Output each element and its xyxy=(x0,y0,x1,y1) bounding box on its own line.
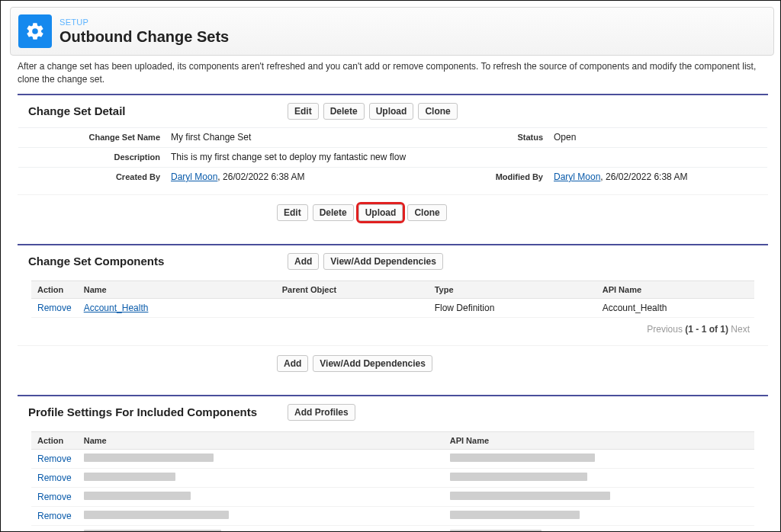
profile-api xyxy=(444,506,754,525)
col-parent: Parent Object xyxy=(276,280,429,298)
profile-api xyxy=(444,487,754,506)
clone-button[interactable]: Clone xyxy=(418,103,457,120)
created-by-user-link[interactable]: Daryl Moon xyxy=(171,171,217,182)
delete-button[interactable]: Delete xyxy=(323,103,365,120)
value-created-by: Daryl Moon, 26/02/2022 6:38 AM xyxy=(171,171,462,182)
page-header: SETUP Outbound Change Sets xyxy=(10,7,774,56)
section-title-components: Change Set Components xyxy=(28,255,272,268)
label-modified-by: Modified By xyxy=(462,172,554,181)
col-type: Type xyxy=(429,280,596,298)
gear-icon xyxy=(18,14,52,48)
add-profiles-button[interactable]: Add Profiles xyxy=(288,404,355,421)
value-modified-by: Daryl Moon, 26/02/2022 6:38 AM xyxy=(554,171,767,182)
components-button-row-bottom: Add View/Add Dependencies xyxy=(18,345,768,381)
remove-link[interactable]: Remove xyxy=(37,473,72,483)
pcol-action: Action xyxy=(31,431,78,449)
pcol-api: API Name xyxy=(444,431,754,449)
remove-link[interactable]: Remove xyxy=(37,492,72,502)
profile-name xyxy=(78,506,444,525)
add-component-button[interactable]: Add xyxy=(288,253,319,270)
components-table: Action Name Parent Object Type API Name … xyxy=(31,280,754,318)
change-set-components-section: Change Set Components Add View/Add Depen… xyxy=(18,244,768,381)
component-name-link[interactable]: Account_Health xyxy=(84,303,149,313)
value-status: Open xyxy=(554,132,767,143)
remove-link[interactable]: Remove xyxy=(37,453,72,464)
table-row: Remove xyxy=(31,506,754,525)
table-row: Remove xyxy=(31,487,754,506)
edit-button-bottom[interactable]: Edit xyxy=(277,204,308,221)
remove-link[interactable]: Remove xyxy=(37,511,72,521)
page-title: Outbound Change Sets xyxy=(59,28,229,46)
pcol-name: Name xyxy=(78,431,444,449)
section-title-detail: Change Set Detail xyxy=(28,104,272,117)
col-action: Action xyxy=(31,280,78,298)
component-parent xyxy=(276,298,429,317)
view-add-dependencies-button-bottom[interactable]: View/Add Dependencies xyxy=(313,355,432,372)
view-add-dependencies-button[interactable]: View/Add Dependencies xyxy=(323,253,443,270)
profile-api xyxy=(444,468,754,487)
clone-button-bottom[interactable]: Clone xyxy=(407,204,446,221)
label-change-set-name: Change Set Name xyxy=(18,133,171,142)
value-change-set-name: My first Change Set xyxy=(171,132,462,143)
component-api: Account_Health xyxy=(596,298,754,317)
profiles-table: Action Name API Name RemoveRemoveRemoveR… xyxy=(31,431,754,532)
modified-by-user-link[interactable]: Daryl Moon xyxy=(554,171,600,182)
profile-api xyxy=(444,449,754,468)
remove-link[interactable]: Remove xyxy=(37,530,72,532)
profile-name xyxy=(78,468,444,487)
table-row: Remove xyxy=(31,449,754,468)
detail-button-row-top: Edit Delete Upload Clone xyxy=(288,103,458,120)
profile-name xyxy=(78,525,444,532)
table-row: Remove xyxy=(31,525,754,532)
created-by-ts: , 26/02/2022 6:38 AM xyxy=(217,171,304,182)
upload-button[interactable]: Upload xyxy=(369,103,414,120)
add-component-button-bottom[interactable]: Add xyxy=(277,355,308,372)
remove-link[interactable]: Remove xyxy=(37,303,72,313)
help-text: After a change set has been uploaded, it… xyxy=(18,60,768,86)
pager-next[interactable]: Next xyxy=(731,324,750,335)
profile-name xyxy=(78,487,444,506)
profile-settings-section: Profile Settings For Included Components… xyxy=(18,395,768,532)
pager-prev[interactable]: Previous xyxy=(647,324,683,335)
setup-label: SETUP xyxy=(59,18,229,27)
label-description: Description xyxy=(18,152,171,162)
label-created-by: Created By xyxy=(18,172,171,181)
edit-button[interactable]: Edit xyxy=(288,103,319,120)
detail-button-row-bottom: Edit Delete Upload Clone xyxy=(18,194,768,230)
profile-name xyxy=(78,449,444,468)
profile-api xyxy=(444,525,754,532)
col-name: Name xyxy=(78,280,276,298)
modified-by-ts: , 26/02/2022 6:38 AM xyxy=(600,171,687,182)
components-pager: Previous (1 - 1 of 1) Next xyxy=(31,318,754,338)
table-row: RemoveAccount_HealthFlow DefinitionAccou… xyxy=(31,298,754,317)
table-row: Remove xyxy=(31,468,754,487)
label-status: Status xyxy=(462,133,554,142)
section-title-profiles: Profile Settings For Included Components xyxy=(28,405,272,418)
pager-range: (1 - 1 of 1) xyxy=(685,324,728,335)
upload-button-highlighted[interactable]: Upload xyxy=(358,204,403,221)
delete-button-bottom[interactable]: Delete xyxy=(313,204,354,221)
value-description: This is my first change set to deploy my… xyxy=(171,152,767,162)
col-api: API Name xyxy=(596,280,754,298)
component-type: Flow Definition xyxy=(429,298,596,317)
change-set-detail-section: Change Set Detail Edit Delete Upload Clo… xyxy=(18,94,768,230)
